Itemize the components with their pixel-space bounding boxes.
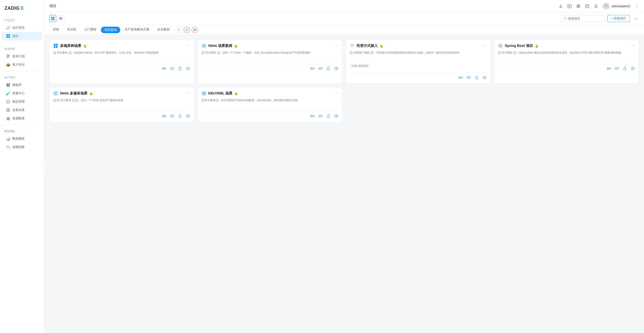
sidebar-item-client-delivery[interactable]: 📦 客户交付 <box>2 60 42 69</box>
project-card-3[interactable]: 托管方式接入 🔒 ··· 📋 内部推广策略 📋：可快速让开发和测试团队先用起来 … <box>346 40 490 84</box>
svg-point-17 <box>579 4 580 6</box>
card-6-more-button[interactable]: ··· <box>335 91 338 95</box>
card-5-service-icon[interactable] <box>186 114 190 118</box>
card-6-lock-icon: 🔒 <box>234 92 238 95</box>
divider-3 <box>0 124 44 125</box>
sidebar-item-product-mgmt[interactable]: 制品管理 <box>2 98 42 106</box>
content-area: 多端异构场景 🔒 ··· 📋 官方案例 📋：移动端 Android、iOS AP… <box>44 35 644 333</box>
grid-view-button[interactable] <box>49 15 56 22</box>
svg-rect-38 <box>56 46 58 48</box>
card-1-more-button[interactable]: ··· <box>187 43 190 48</box>
user-info[interactable]: admin(admin) <box>602 3 630 10</box>
tab-production[interactable]: 生产发布解决方案 <box>121 25 153 35</box>
tab-enterprise[interactable]: 企业案例 <box>154 25 173 35</box>
list-view-button[interactable] <box>57 15 64 22</box>
svg-rect-52 <box>459 76 460 77</box>
tab-intro[interactable]: 入门课程 <box>80 25 100 35</box>
download-icon[interactable] <box>558 4 563 8</box>
card-1-env-icon[interactable] <box>170 66 174 71</box>
card-5-test-icon[interactable] <box>178 114 182 118</box>
card-2-env-icon[interactable] <box>318 66 323 71</box>
card-3-workflow-icon[interactable] <box>458 75 463 80</box>
card-6-title: K8sYAML 场景 <box>208 91 232 96</box>
card-3-env-icon[interactable] <box>466 75 471 80</box>
sidebar-item-template-lib[interactable]: 模板库 <box>2 81 42 89</box>
card-3-test-icon[interactable] <box>474 75 479 80</box>
header-actions: A admin(admin) ⋮ <box>558 3 639 10</box>
card-5-workflow-icon[interactable] <box>162 114 166 118</box>
new-project-button[interactable]: + 新建项目 <box>608 15 630 22</box>
card-6-test-icon[interactable] <box>326 114 330 118</box>
logo: ZADIGX <box>0 4 44 16</box>
release-plan-icon <box>6 54 10 58</box>
header-more-button[interactable]: ⋮ <box>635 4 639 8</box>
project-card-6[interactable]: K8sYAML 场景 🔒 ··· 📋官方案例📋：包含完整的产研DevOps配置，… <box>198 87 342 122</box>
toolbar: + 新建项目 ← <box>44 12 644 25</box>
project-card-2[interactable]: Helm 场景案例 🔒 ··· 📋 官方案例 📋：适合一个 Chart 一个服务… <box>198 40 342 84</box>
svg-rect-76 <box>319 115 322 117</box>
tab-edit-button[interactable] <box>184 27 190 33</box>
card-6-env-icon[interactable] <box>318 114 323 118</box>
svg-point-57 <box>484 77 485 78</box>
svg-point-16 <box>578 4 579 6</box>
card-2-lock-icon: 🔒 <box>234 44 238 48</box>
svg-rect-4 <box>6 55 10 55</box>
sidebar-item-effect-insight[interactable]: 📉 效能洞察 <box>2 143 42 151</box>
card-2-service-icon[interactable] <box>334 66 338 71</box>
svg-point-18 <box>577 6 578 6</box>
sidebar-item-label: 模板库 <box>12 83 22 87</box>
sidebar-item-label: 运行状态 <box>12 26 25 30</box>
svg-rect-49 <box>319 68 322 70</box>
card-3-more-button[interactable]: ··· <box>484 43 487 48</box>
card-2-workflow-icon[interactable] <box>310 66 315 71</box>
apps-icon[interactable] <box>576 4 580 8</box>
card-2-test-icon[interactable] <box>326 66 330 71</box>
divider-2 <box>0 71 44 71</box>
sidebar-item-biz-catalog[interactable]: 业务目录 <box>2 106 42 114</box>
card-4-workflow-icon[interactable] <box>607 66 611 71</box>
section-title-data: 数据视图 <box>0 128 44 134</box>
card-1-service-icon[interactable] <box>186 66 190 71</box>
card-4-more-button[interactable]: ··· <box>632 43 635 48</box>
svg-rect-26 <box>51 17 53 18</box>
sidebar-item-project[interactable]: 项目 <box>2 32 42 40</box>
project-card-1[interactable]: 多端异构场景 🔒 ··· 📋 官方案例 📋：移动端 Android、iOS AP… <box>49 40 194 84</box>
svg-rect-55 <box>467 76 470 78</box>
svg-rect-32 <box>59 19 62 20</box>
tab-ungroup[interactable]: 未分组 <box>64 25 80 35</box>
biz-catalog-icon <box>6 108 10 112</box>
sidebar-item-run-status[interactable]: 📈 运行状态 <box>2 24 42 32</box>
card-2-more-button[interactable]: ··· <box>335 43 338 48</box>
sidebar-collapse-button[interactable]: ‹ <box>42 162 46 171</box>
card-6-service-icon[interactable] <box>334 114 338 118</box>
sidebar-item-quality-center[interactable]: 🧪 质量中心 <box>2 89 42 98</box>
sidebar-item-release-plan[interactable]: 发布计划 <box>2 52 42 60</box>
font-icon[interactable]: A <box>567 4 572 8</box>
sidebar-item-resource-config[interactable]: ⚙️ 资源配置 <box>2 114 42 123</box>
card-3-service-icon[interactable] <box>482 75 487 80</box>
bell-icon[interactable] <box>594 4 598 8</box>
card-6-workflow-icon[interactable] <box>310 114 315 118</box>
project-card-5[interactable]: Helm 多服务场景 🔒 ··· 📋📋 官方案例 📋📋：适合一个 Chart 包… <box>49 87 194 122</box>
project-card-4[interactable]: Spring Boot 项目 🔒 ··· 📋 官方案例 📋：Spring Boo… <box>494 40 639 84</box>
svg-rect-31 <box>59 18 62 19</box>
card-1-test-icon[interactable] <box>178 66 182 71</box>
tab-add-button[interactable]: + <box>176 27 182 33</box>
card-5-more-button[interactable]: ··· <box>187 91 190 95</box>
svg-point-64 <box>632 68 633 69</box>
svg-rect-60 <box>607 69 608 70</box>
svg-rect-75 <box>313 116 314 116</box>
book-icon[interactable] <box>585 4 590 8</box>
card-5-env-icon[interactable] <box>170 114 174 118</box>
card-4-service-icon[interactable] <box>630 66 635 71</box>
tab-all[interactable]: 所有 <box>49 25 62 35</box>
tab-delete-button[interactable] <box>192 27 198 33</box>
card-4-env-icon[interactable] <box>615 66 619 71</box>
tab-scenario[interactable]: 场景案例 <box>101 27 120 33</box>
card-1-workflow-icon[interactable] <box>162 66 166 71</box>
sidebar-item-data-overview[interactable]: 📊 数据概览 <box>2 134 42 143</box>
search-box[interactable] <box>561 15 605 22</box>
search-input[interactable] <box>568 17 602 20</box>
card-4-test-icon[interactable] <box>623 66 627 71</box>
card-5-title: Helm 多服务场景 <box>60 91 88 96</box>
